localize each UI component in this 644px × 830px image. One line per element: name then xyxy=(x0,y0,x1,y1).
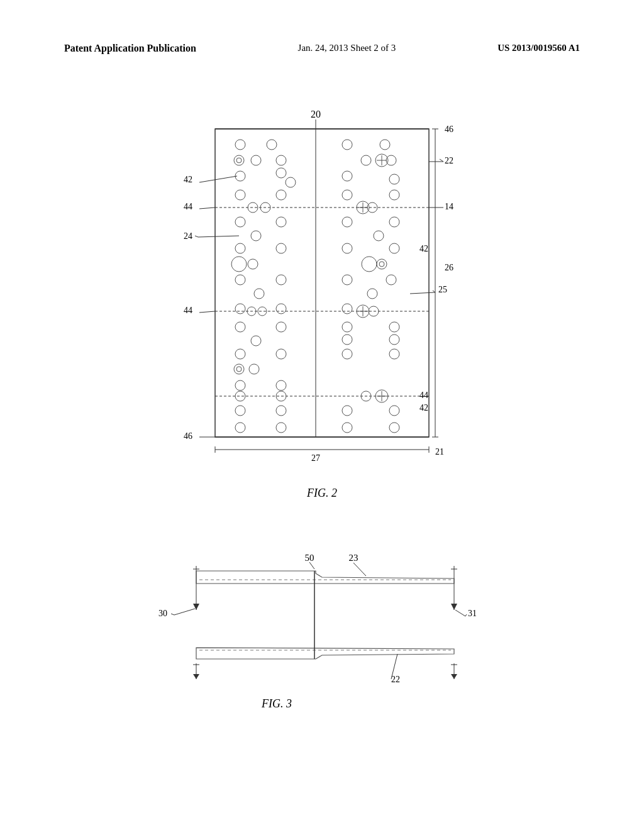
svg-point-16 xyxy=(236,158,242,163)
svg-line-120 xyxy=(433,290,435,292)
svg-line-145 xyxy=(309,562,314,569)
svg-point-56 xyxy=(342,140,352,150)
fig3-container: 50 23 30 31 22 FIG. 3 xyxy=(121,553,523,717)
svg-point-15 xyxy=(234,155,244,165)
fig3-drawing: 50 23 30 31 22 xyxy=(121,553,523,692)
svg-text:44: 44 xyxy=(184,202,192,211)
svg-line-122 xyxy=(199,311,215,313)
svg-point-80 xyxy=(386,275,396,285)
svg-point-78 xyxy=(379,262,384,267)
publication-date: Jan. 24, 2013 Sheet 2 of 3 xyxy=(298,43,396,54)
svg-point-58 xyxy=(361,155,371,165)
fig2-container: 20 46 22 42 44 14 24 42 26 25 44 xyxy=(146,110,498,500)
svg-line-153 xyxy=(465,614,467,616)
svg-point-23 xyxy=(276,190,286,200)
svg-point-88 xyxy=(389,322,399,332)
svg-point-28 xyxy=(251,231,261,241)
svg-point-18 xyxy=(276,155,286,165)
svg-point-32 xyxy=(248,259,258,269)
svg-point-37 xyxy=(276,304,286,314)
svg-text:44: 44 xyxy=(184,306,192,315)
svg-point-48 xyxy=(235,380,245,390)
svg-point-72 xyxy=(389,217,399,227)
svg-point-54 xyxy=(235,423,245,433)
svg-point-98 xyxy=(389,406,399,416)
svg-point-34 xyxy=(276,275,286,285)
svg-point-30 xyxy=(276,243,286,253)
svg-text:20: 20 xyxy=(311,110,321,119)
svg-point-82 xyxy=(342,304,352,314)
svg-point-14 xyxy=(267,140,277,150)
svg-point-89 xyxy=(342,335,352,345)
svg-point-13 xyxy=(235,140,245,150)
svg-point-97 xyxy=(342,406,352,416)
svg-point-52 xyxy=(235,406,245,416)
svg-text:46: 46 xyxy=(184,431,192,441)
fig3-label: FIG. 3 xyxy=(262,697,292,711)
svg-point-47 xyxy=(249,364,259,374)
svg-text:27: 27 xyxy=(311,453,320,463)
svg-point-17 xyxy=(251,155,261,165)
page-header: Patent Application Publication Jan. 24, … xyxy=(0,43,644,54)
svg-point-26 xyxy=(235,217,245,227)
svg-point-21 xyxy=(286,177,296,187)
svg-point-45 xyxy=(234,364,244,374)
svg-line-149 xyxy=(174,609,195,615)
svg-text:30: 30 xyxy=(158,609,167,618)
svg-point-91 xyxy=(342,349,352,359)
svg-marker-134 xyxy=(451,604,457,610)
publication-number: US 2013/0019560 A1 xyxy=(497,43,580,54)
svg-point-40 xyxy=(235,322,245,332)
svg-point-100 xyxy=(389,423,399,433)
svg-line-152 xyxy=(455,610,465,616)
svg-point-53 xyxy=(276,406,286,416)
svg-point-27 xyxy=(276,217,286,227)
svg-point-65 xyxy=(342,190,352,200)
svg-point-92 xyxy=(389,349,399,359)
svg-marker-143 xyxy=(451,674,457,679)
svg-point-43 xyxy=(235,349,245,359)
svg-point-71 xyxy=(342,217,352,227)
svg-text:22: 22 xyxy=(391,675,400,684)
svg-point-77 xyxy=(377,259,387,269)
svg-text:46: 46 xyxy=(445,124,453,134)
svg-line-150 xyxy=(171,614,174,615)
svg-text:42: 42 xyxy=(419,244,428,253)
svg-text:44: 44 xyxy=(419,390,428,400)
svg-marker-140 xyxy=(193,674,199,679)
publication-title: Patent Application Publication xyxy=(64,43,196,54)
svg-point-75 xyxy=(389,243,399,253)
fig2-drawing: 20 46 22 42 44 14 24 42 26 25 44 xyxy=(146,110,498,481)
svg-text:50: 50 xyxy=(305,553,314,563)
svg-point-63 xyxy=(342,171,352,181)
svg-text:23: 23 xyxy=(349,553,358,563)
fig2-label: FIG. 2 xyxy=(307,487,337,500)
svg-point-76 xyxy=(362,257,377,272)
svg-point-49 xyxy=(276,380,286,390)
svg-point-42 xyxy=(251,336,261,346)
svg-line-114 xyxy=(198,236,239,237)
svg-line-147 xyxy=(353,563,366,576)
svg-line-106 xyxy=(440,159,443,162)
svg-text:22: 22 xyxy=(445,156,453,165)
svg-point-81 xyxy=(367,289,377,299)
svg-text:26: 26 xyxy=(445,263,453,272)
svg-point-90 xyxy=(389,335,399,345)
svg-point-55 xyxy=(276,423,286,433)
svg-text:31: 31 xyxy=(468,609,477,618)
svg-point-31 xyxy=(231,257,247,272)
svg-point-57 xyxy=(380,140,390,150)
svg-point-59 xyxy=(386,155,396,165)
svg-point-64 xyxy=(389,174,399,184)
svg-text:24: 24 xyxy=(184,231,192,241)
svg-point-79 xyxy=(342,275,352,285)
svg-point-74 xyxy=(342,243,352,253)
svg-point-20 xyxy=(276,168,286,178)
svg-point-87 xyxy=(342,322,352,332)
svg-line-115 xyxy=(195,236,198,237)
svg-text:42: 42 xyxy=(184,175,192,184)
svg-text:21: 21 xyxy=(435,447,444,456)
svg-point-29 xyxy=(235,243,245,253)
svg-text:25: 25 xyxy=(438,285,447,294)
svg-point-66 xyxy=(389,190,399,200)
